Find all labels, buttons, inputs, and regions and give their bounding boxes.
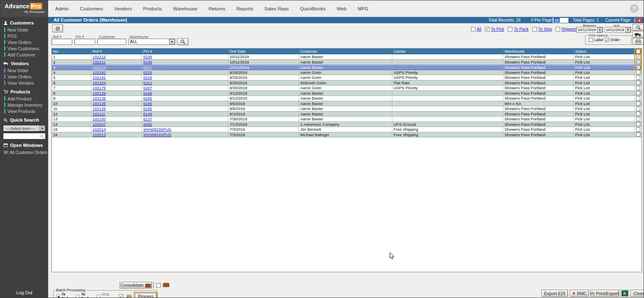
- checkbox[interactable]: [532, 27, 537, 32]
- select-all-checkbox[interactable]: [636, 49, 640, 54]
- table-row[interactable]: 710217962078/30/2019Aaron GorinUSPS Prio…: [52, 85, 642, 91]
- col-header-carrier[interactable]: Carrier: [392, 49, 503, 54]
- cell-po[interactable]: 6155: [142, 101, 228, 106]
- row-checkbox[interactable]: [636, 127, 640, 132]
- po-link[interactable]: 6137: [143, 117, 152, 121]
- ref-link[interactable]: 102184: [93, 81, 106, 85]
- cell-ref[interactable]: 102191: [91, 75, 142, 80]
- ref-link[interactable]: 102013: [93, 132, 106, 137]
- cell-po[interactable]: 6238: [142, 60, 228, 65]
- consolidate-checkbox[interactable]: [156, 283, 161, 288]
- po-link[interactable]: 6092: [143, 122, 152, 127]
- cell-ref[interactable]: 102111: [91, 112, 142, 117]
- date-from-select[interactable]: 10/11/2019▼: [576, 27, 603, 33]
- customer-filter-input[interactable]: [97, 39, 126, 45]
- cell-po[interactable]: 6207: [142, 85, 228, 90]
- sidebar-item-vendors-view-orders[interactable]: View Orders: [0, 73, 48, 80]
- table-row[interactable]: 1010212561558/6/2019Aaron BaxterWH-A NAP…: [52, 101, 642, 107]
- ref-link[interactable]: 102014: [93, 127, 106, 132]
- table-row[interactable]: 1110212561558/6/2019Aaron BaxterShowers …: [52, 106, 642, 112]
- cell-ref[interactable]: 102013: [91, 132, 142, 137]
- cell-po[interactable]: sh#46824SPUS: [142, 132, 228, 137]
- checkbox[interactable]: [589, 38, 593, 42]
- po-link[interactable]: 6219: [143, 75, 152, 80]
- table-row[interactable]: 2102211623810/11/2019Aaron BaxterShowers…: [52, 60, 642, 65]
- po-link[interactable]: 6212: [143, 81, 152, 85]
- ref-link[interactable]: 102191: [93, 75, 106, 80]
- col-header-no[interactable]: No: [52, 49, 91, 54]
- chevron-down-icon[interactable]: ▼: [169, 39, 175, 44]
- search-orders-button[interactable]: [632, 24, 644, 31]
- row-checkbox[interactable]: [636, 122, 640, 126]
- open-window-item[interactable]: W: All Customer Orders: [0, 149, 48, 155]
- po-link[interactable]: sh#46823SPUS: [143, 127, 171, 132]
- ref-link[interactable]: 102139: [93, 91, 106, 95]
- ref-link[interactable]: 102100: [93, 117, 106, 121]
- table-row[interactable]: 610218462129/26/2019Deborah GorinFlat Ra…: [52, 81, 642, 86]
- cell-ref[interactable]: 102211: [91, 60, 142, 65]
- row-checkbox[interactable]: [636, 70, 640, 74]
- col-header-status[interactable]: Status: [574, 49, 634, 54]
- po-link[interactable]: 6165: [143, 96, 152, 100]
- excel-export-button[interactable]: X: [620, 290, 629, 297]
- nav-reports[interactable]: Reports: [236, 6, 253, 11]
- sidebar-item-view-products[interactable]: View Products: [0, 108, 48, 114]
- cell-ref[interactable]: 102179: [91, 85, 142, 90]
- row-checkbox[interactable]: [636, 81, 640, 85]
- ship-truck-button[interactable]: [632, 31, 644, 38]
- ref-link[interactable]: 102212: [93, 54, 106, 59]
- filter-shipped[interactable]: Shipped: [556, 27, 577, 32]
- row-checkbox[interactable]: [636, 76, 640, 80]
- cell-ref[interactable]: 102047: [91, 122, 142, 127]
- ref-link[interactable]: 102192: [93, 70, 106, 75]
- sidebar-item-customers-new-order[interactable]: New Order: [0, 27, 48, 33]
- ref-link[interactable]: 102211: [93, 60, 105, 64]
- cell-ref[interactable]: 102014: [91, 127, 142, 132]
- print-option-label[interactable]: Label: [589, 38, 603, 42]
- sidebar-item-customers-view-orders[interactable]: View Orders: [0, 39, 48, 45]
- filter-to-pack[interactable]: To Pack: [508, 27, 529, 32]
- ref-filter-input[interactable]: [51, 39, 72, 45]
- radio-button[interactable]: [56, 294, 60, 298]
- row-checkbox[interactable]: [636, 101, 640, 105]
- print-button[interactable]: [632, 38, 644, 45]
- cell-ref[interactable]: 102125: [91, 101, 142, 106]
- row-checkbox[interactable]: [636, 117, 640, 121]
- radio-button[interactable]: [76, 294, 80, 298]
- cell-po[interactable]: 6220: [142, 70, 228, 75]
- warehouse-select[interactable]: ALL ▼: [128, 39, 175, 45]
- po-link[interactable]: 6239: [143, 54, 152, 59]
- col-header-ref[interactable]: Ref #: [91, 49, 142, 54]
- radio-ship-now[interactable]: Ship now: [96, 292, 116, 298]
- consolidate-button[interactable]: Consolidate: [120, 282, 152, 288]
- cell-po[interactable]: 6155: [142, 106, 228, 111]
- print-export-button[interactable]: Print/Export: [590, 290, 619, 297]
- logout-button[interactable]: Log Out: [0, 288, 48, 297]
- quick-search-select[interactable]: ----Select Item---- ▼: [3, 125, 46, 132]
- cell-ref[interactable]: 102210: [91, 65, 142, 70]
- po-filter-input[interactable]: [74, 39, 95, 45]
- sidebar-item-add-customer[interactable]: Add Customer: [0, 51, 48, 58]
- table-row[interactable]: 16102013sh#46824SPUS7/3/2019Michael Bali…: [52, 132, 642, 138]
- sidebar-item-vendors-new-order[interactable]: New Order: [0, 67, 48, 73]
- row-checkbox[interactable]: [636, 86, 640, 90]
- cell-ref[interactable]: 102184: [91, 81, 142, 85]
- po-link[interactable]: 6155: [143, 106, 152, 111]
- table-row[interactable]: 410219262209/26/2019Aaron GorinUSPS Prio…: [52, 70, 642, 76]
- po-link[interactable]: 6155: [143, 101, 152, 106]
- rmc-button[interactable]: RMC: [570, 290, 589, 297]
- chevron-down-icon[interactable]: ▼: [597, 27, 602, 32]
- nav-web[interactable]: Web: [337, 6, 346, 11]
- sidebar-item-view-customers[interactable]: View Customers: [0, 45, 48, 51]
- ref-link[interactable]: 102111: [93, 112, 105, 116]
- checkbox[interactable]: [485, 27, 490, 32]
- help-icon[interactable]: ?: [630, 4, 639, 13]
- filter-search-button[interactable]: [177, 38, 189, 45]
- table-row[interactable]: 810213961698/12/2019Aaron BaxterShowers …: [52, 91, 642, 96]
- cell-po[interactable]: 6165: [142, 96, 228, 101]
- po-link[interactable]: 6169: [143, 91, 152, 95]
- cell-ref[interactable]: 102125: [91, 106, 142, 111]
- quick-search-input[interactable]: [3, 133, 46, 139]
- ref-link[interactable]: 102135: [93, 96, 106, 100]
- table-row[interactable]: 910213561658/12/2019Aaron BaxterShowers …: [52, 96, 642, 101]
